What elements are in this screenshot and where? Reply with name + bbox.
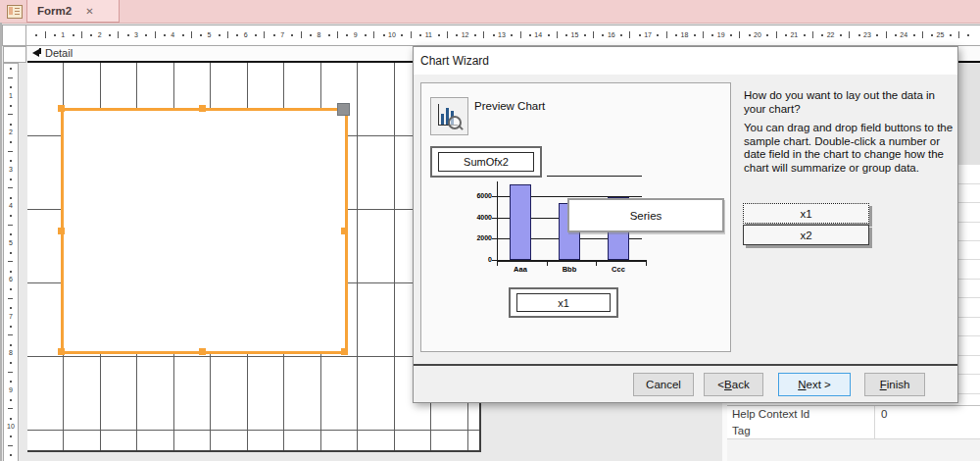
chart-y-tick [492,218,497,219]
chart-x-tick [646,262,647,266]
vertical-ruler[interactable]: 12345678910 [3,63,19,461]
vruler-tick [10,124,12,126]
tab-close-icon[interactable]: ✕ [85,6,93,17]
hruler-tick [411,31,412,38]
category-field-button[interactable]: x1 [509,287,618,318]
vruler-tick [10,399,12,401]
unbound-chart-control[interactable] [61,108,348,354]
hruler-tick [328,34,330,36]
hruler-tick [895,34,897,36]
hruler-tick [45,31,46,38]
hruler-tick [565,34,567,36]
hruler-number: 3 [130,31,142,38]
chart-y-tick-label: 0 [463,256,492,263]
chart-bar-Aaa [510,184,531,260]
property-value[interactable]: 0 [875,406,980,423]
hruler-number: 6 [240,31,252,38]
next-button[interactable]: Next > [778,373,851,396]
tab-form2[interactable]: Form2 ✕ [26,0,120,23]
selection-handle-bottom-middle[interactable] [199,348,206,355]
access-form-designer: Form2 ✕ 12345678910111213141516171819202… [0,0,980,461]
chart-x-tick [596,262,597,266]
vruler-tick [10,307,12,309]
dialog-title-bar[interactable]: Chart Wizard [414,47,957,75]
hruler-tick [785,34,787,36]
selection-handle-top-middle[interactable] [199,105,206,112]
vruler-number: 9 [6,386,16,393]
hruler-tick [804,34,806,36]
hruler-number: 4 [167,31,178,38]
next-label-key: N [798,379,806,390]
hruler-tick [81,31,82,38]
hruler-number: 8 [313,31,324,38]
hruler-number: 14 [532,31,544,38]
selection-handle-top-right-gray[interactable] [337,103,350,116]
hruler-tick [730,34,732,36]
vruler-tick [8,225,13,226]
hruler-tick [840,34,842,36]
vruler-number: 1 [6,92,16,99]
hruler-number: 5 [204,31,216,38]
chart-x-axis [497,260,647,262]
hruler-tick [54,34,56,36]
selection-handle-bottom-right[interactable] [341,348,348,355]
hruler-tick [273,34,275,36]
finish-label-rest: inish [887,379,910,390]
vruler-tick [10,68,12,70]
hruler-tick [967,34,969,36]
vruler-tick [10,105,12,107]
section-selector-box[interactable] [3,46,26,63]
finish-button[interactable]: Finish [864,373,925,396]
hruler-tick [557,31,558,38]
series-field-button[interactable]: Series [567,198,724,232]
hruler-tick [675,34,677,36]
back-button[interactable]: < Back [704,373,763,396]
hruler-tick [602,34,604,36]
chart-y-tick [492,196,497,197]
hruler-tick [447,31,448,38]
selection-handle-middle-left[interactable] [58,228,65,234]
selection-handle-middle-right[interactable] [341,228,348,234]
field-button-x1[interactable]: x1 [743,203,869,224]
vruler-tick [8,187,13,188]
vruler-tick [10,418,12,420]
vruler-tick [8,445,13,446]
hruler-number: 2 [94,31,106,38]
hruler-tick [236,34,238,36]
vruler-tick [8,298,13,299]
vruler-tick [10,326,12,328]
property-label: Help Context Id [727,406,875,423]
hruler-tick [373,31,374,38]
hruler-tick [474,34,476,36]
field-button-x2[interactable]: x2 [743,225,869,245]
vruler-tick [10,381,12,383]
property-row-tag[interactable]: Tag [727,423,980,439]
hruler-tick [711,34,713,36]
property-row-help-context-id[interactable]: Help Context Id 0 [727,405,980,424]
vruler-tick [8,261,13,262]
hruler-tick [35,34,37,36]
vruler-tick [10,435,12,437]
hruler-tick [593,31,594,38]
hruler-number: 16 [606,31,617,38]
hruler-tick [310,34,312,36]
chart-y-tick-label: 2000 [463,234,492,241]
cancel-button[interactable]: Cancel [633,373,694,396]
vruler-tick [8,334,13,335]
hruler-tick [483,31,484,38]
property-value[interactable] [875,423,980,438]
vruler-tick [10,233,12,235]
chart-y-tick-label: 4000 [463,214,492,221]
chart-y-tick-label: 6000 [463,192,492,199]
selection-handle-bottom-left[interactable] [58,348,65,355]
hruler-tick [812,31,813,38]
hruler-tick [548,34,550,36]
vruler-number: 5 [6,239,16,246]
hruler-tick [301,31,302,38]
chart-x-tick [497,262,498,266]
vruler-tick [10,362,12,364]
horizontal-ruler[interactable]: 1234567891011121314151617181920212223242… [25,25,980,46]
selection-handle-top-left[interactable] [58,105,65,112]
vruler-number: 8 [6,349,16,356]
hruler-tick [219,34,220,36]
